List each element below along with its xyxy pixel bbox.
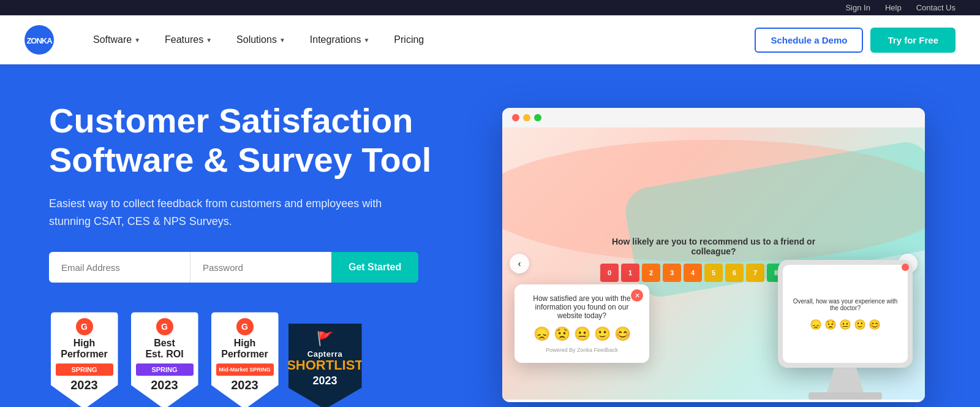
badge-capterra: 🚩 Capterra SHORTLIST 2023 [290,324,360,407]
nav-arrow-left[interactable]: ‹ [510,254,529,273]
tablet-emoji-2[interactable]: 😐 [839,319,851,330]
hero-subtitle: Easiest way to collect feedback from cus… [49,195,392,230]
get-started-button[interactable]: Get Started [331,252,418,283]
try-free-button[interactable]: Try for Free [870,28,956,53]
tablet-base [809,392,882,400]
emoji-3[interactable]: 🙂 [594,326,611,342]
feedback-question: How satisfied are you with the informati… [527,294,637,320]
g2-logo: G [236,318,254,335]
svg-text:ZONKA: ZONKA [26,36,53,45]
emoji-2[interactable]: 😐 [574,326,590,342]
window-dot-green [534,114,541,121]
survey-card-main: ‹ › How likely are you to recommend us t… [502,108,925,402]
schedule-demo-button[interactable]: Schedule a Demo [755,28,863,53]
tablet-dot-red [902,264,909,271]
tablet-outer: Overall, how was your experience with th… [778,260,913,368]
navbar: ZONKA Software ▼ Features ▼ Solutions ▼ … [0,15,980,64]
chevron-down-icon: ▼ [206,37,212,44]
nav-features[interactable]: Features ▼ [155,29,222,50]
nav-pricing[interactable]: Pricing [384,29,434,50]
nav-software[interactable]: Software ▼ [83,29,150,50]
nav-solutions[interactable]: Solutions ▼ [227,29,295,50]
chevron-down-icon: ▼ [134,37,140,44]
tablet-stand [827,368,864,392]
nps-num-0[interactable]: 0 [600,264,619,282]
card-titlebar [502,108,925,127]
nav-actions: Schedule a Demo Try for Free [755,28,956,53]
tablet-emoji-4[interactable]: 😊 [869,319,881,330]
emoji-4[interactable]: 😊 [614,326,631,342]
logo[interactable]: ZONKA [24,25,54,55]
top-bar: Sign In Help Contact Us [0,0,980,15]
nps-question: How likely are you to recommend us to a … [600,237,827,256]
powered-by: Powered By Zonka Feedback [527,347,637,353]
capterra-icon: 🚩 [317,331,333,347]
contact-us-link[interactable]: Contact Us [916,3,956,12]
card-body: ‹ › How likely are you to recommend us t… [502,127,925,400]
emoji-0[interactable]: 😞 [533,326,550,342]
chevron-down-icon: ▼ [363,37,369,44]
feedback-card: ✕ How satisfied are you with the informa… [514,284,649,363]
nps-num-5[interactable]: 5 [704,264,723,282]
hero-title: Customer Satisfaction Software & Survey … [49,101,466,180]
tablet-emoji-0[interactable]: 😞 [810,319,822,330]
feedback-close-button[interactable]: ✕ [631,289,643,302]
window-dot-yellow [523,114,530,121]
chevron-down-icon: ▼ [279,37,285,44]
badge-g2-best-roi: G BestEst. ROI SPRING 2023 [129,312,200,407]
sign-in-link[interactable]: Sign In [845,3,870,12]
hero-section: Customer Satisfaction Software & Survey … [0,64,980,407]
emoji-1[interactable]: 😟 [554,326,570,342]
nps-num-7[interactable]: 7 [746,264,764,282]
signup-form: Get Started [49,252,404,283]
tablet-emoji-3[interactable]: 🙂 [854,319,866,330]
password-field[interactable] [190,252,331,283]
g2-logo: G [76,318,93,335]
hero-right: ‹ › How likely are you to recommend us t… [466,102,931,407]
email-field[interactable] [49,252,190,283]
logo-icon: ZONKA [24,25,54,55]
nps-num-1[interactable]: 1 [621,264,639,282]
hero-left: Customer Satisfaction Software & Survey … [49,101,466,407]
emoji-row: 😞😟😐🙂😊 [527,326,637,342]
tablet-device: Overall, how was your experience with th… [778,260,913,400]
badges-row: G HighPerformer SPRING 2023 G BestEst. R… [49,312,466,407]
tablet-emojis: 😞😟😐🙂😊 [810,319,881,330]
nav-links: Software ▼ Features ▼ Solutions ▼ Integr… [83,29,755,50]
nav-integrations[interactable]: Integrations ▼ [300,29,380,50]
badge-g2-midmarket: G HighPerformer Mid-Market SPRING 2023 [209,312,280,407]
nps-num-6[interactable]: 6 [725,264,744,282]
nps-num-3[interactable]: 3 [663,264,681,282]
tablet-emoji-1[interactable]: 😟 [824,319,837,330]
badge-g2-high-performer: G HighPerformer SPRING 2023 [49,312,119,407]
nps-num-4[interactable]: 4 [684,264,702,282]
tablet-screen: Overall, how was your experience with th… [783,265,908,363]
help-link[interactable]: Help [885,3,902,12]
g2-logo: G [156,318,173,335]
nps-num-2[interactable]: 2 [642,264,660,282]
tablet-question: Overall, how was your experience with th… [790,298,900,311]
window-dot-red [512,114,519,121]
